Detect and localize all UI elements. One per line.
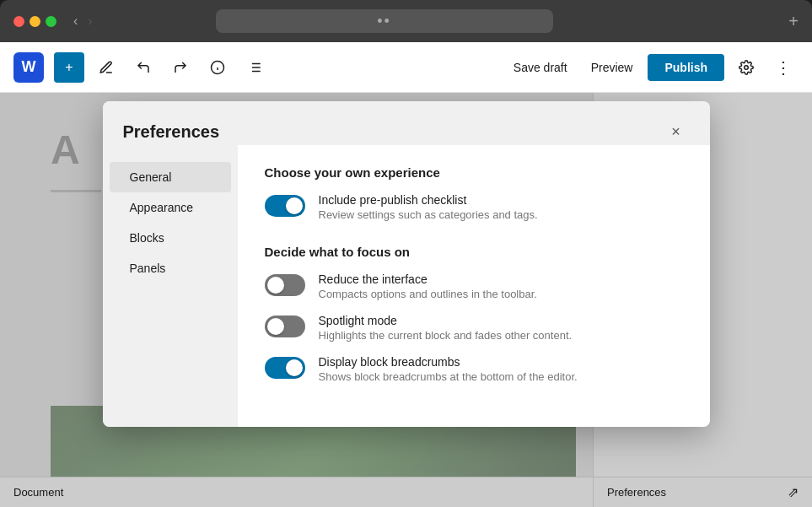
modal-content: Choose your own experience Include pre-p…: [238, 145, 710, 427]
pref-text-prepublish: Include pre-publish checklist Review set…: [319, 193, 683, 221]
more-options-button[interactable]: ⋮: [768, 52, 799, 83]
pref-item-prepublish: Include pre-publish checklist Review set…: [265, 193, 683, 221]
pref-desc-spotlight: Highlights the current block and fades o…: [319, 329, 683, 342]
editor-body: A ✓ ⇧⌥⌘M ^⌥H: [0, 93, 812, 507]
pref-section-experience: Choose your own experience Include pre-p…: [265, 165, 683, 221]
preferences-modal: Preferences × General Appearance Blocks …: [103, 101, 710, 427]
pref-desc-reduce: Compacts options and outlines in the too…: [319, 288, 683, 300]
pref-text-breadcrumbs: Display block breadcrumbs Shows block br…: [319, 355, 683, 383]
nav-item-appearance[interactable]: Appearance: [110, 192, 231, 223]
section-title-experience: Choose your own experience: [265, 165, 683, 180]
close-traffic-light[interactable]: [13, 16, 24, 27]
wordpress-logo[interactable]: W: [13, 52, 44, 83]
modal-sidebar: General Appearance Blocks Panels: [103, 145, 238, 427]
pref-item-spotlight: Spotlight mode Highlights the current bl…: [265, 314, 683, 342]
tools-button[interactable]: [91, 52, 121, 83]
fullscreen-traffic-light[interactable]: [46, 16, 56, 27]
traffic-lights: [13, 16, 56, 27]
preview-button[interactable]: Preview: [583, 56, 642, 79]
editor-container: W +: [0, 42, 812, 507]
nav-item-panels[interactable]: Panels: [110, 253, 231, 283]
redo-button[interactable]: [165, 52, 196, 83]
pref-text-reduce: Reduce the interface Compacts options an…: [319, 272, 683, 300]
modal-backdrop[interactable]: Preferences × General Appearance Blocks …: [0, 93, 812, 507]
toggle-reduce[interactable]: [265, 274, 305, 296]
pref-section-focus: Decide what to focus on Reduce the inter…: [265, 245, 683, 383]
svg-point-9: [745, 65, 749, 69]
nav-item-blocks[interactable]: Blocks: [110, 223, 231, 253]
address-bar[interactable]: ••: [216, 9, 553, 33]
info-button[interactable]: [202, 52, 233, 83]
pref-label-breadcrumbs: Display block breadcrumbs: [319, 355, 683, 369]
modal-title: Preferences: [123, 122, 220, 142]
save-draft-button[interactable]: Save draft: [505, 56, 576, 79]
list-view-button[interactable]: [239, 52, 270, 83]
settings-button[interactable]: [731, 52, 761, 83]
add-block-button[interactable]: +: [54, 52, 84, 83]
pref-label-reduce: Reduce the interface: [319, 272, 683, 286]
pref-desc-prepublish: Review settings such as categories and t…: [319, 208, 683, 221]
minimize-traffic-light[interactable]: [30, 16, 40, 27]
modal-close-button[interactable]: ×: [663, 118, 690, 145]
new-tab-button[interactable]: +: [788, 12, 799, 31]
nav-item-general[interactable]: General: [110, 162, 231, 192]
pref-label-spotlight: Spotlight mode: [319, 314, 683, 327]
modal-header: Preferences ×: [103, 101, 710, 145]
back-button[interactable]: ‹: [73, 13, 78, 29]
pref-item-breadcrumbs: Display block breadcrumbs Shows block br…: [265, 355, 683, 383]
pref-desc-breadcrumbs: Shows block breadcrumbs at the bottom of…: [319, 370, 683, 383]
editor-toolbar: W +: [0, 42, 812, 93]
modal-body: General Appearance Blocks Panels Choose …: [103, 145, 710, 427]
undo-button[interactable]: [128, 52, 159, 83]
toggle-breadcrumbs[interactable]: [265, 357, 305, 379]
pref-item-reduce: Reduce the interface Compacts options an…: [265, 272, 683, 300]
publish-button[interactable]: Publish: [648, 54, 724, 81]
pref-text-spotlight: Spotlight mode Highlights the current bl…: [319, 314, 683, 342]
pref-label-prepublish: Include pre-publish checklist: [319, 193, 683, 207]
browser-chrome: ‹ › •• +: [0, 0, 812, 42]
section-title-focus: Decide what to focus on: [265, 245, 683, 259]
toggle-spotlight[interactable]: [265, 316, 305, 337]
forward-button[interactable]: ›: [88, 13, 92, 29]
toggle-prepublish[interactable]: [265, 195, 305, 217]
address-text: ••: [377, 13, 391, 30]
